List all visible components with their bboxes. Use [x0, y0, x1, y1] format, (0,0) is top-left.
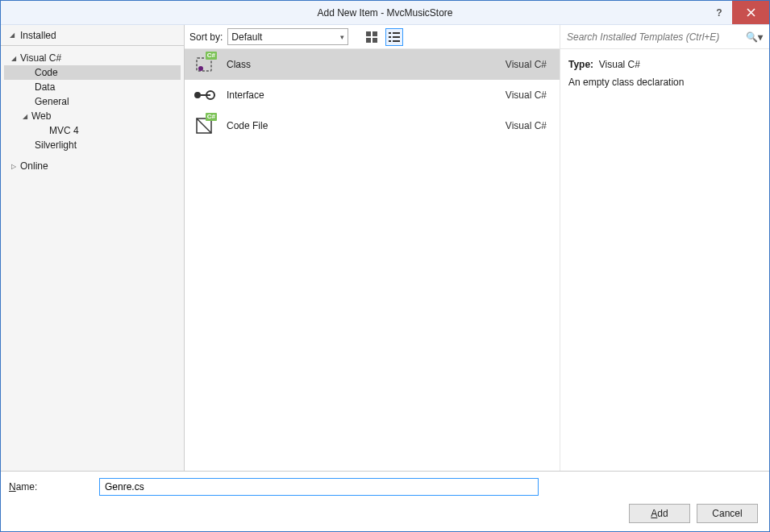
class-icon: C#: [193, 53, 215, 76]
tree-item-silverlight[interactable]: Silverlight: [4, 138, 181, 152]
sort-by-value: Default: [231, 31, 262, 43]
sidebar-header[interactable]: Installed: [1, 25, 184, 46]
button-row: Add Cancel: [9, 504, 761, 523]
svg-rect-4: [389, 32, 391, 34]
template-row-class[interactable]: C# Class Visual C#: [185, 49, 560, 80]
search-icon[interactable]: 🔍▾: [746, 31, 763, 43]
category-tree: Visual C# Code Data General Web MVC 4 Si…: [1, 46, 184, 178]
svg-rect-7: [393, 36, 400, 38]
view-small-icons-button[interactable]: [385, 28, 403, 46]
view-medium-icons-button[interactable]: [363, 28, 381, 46]
template-row-interface[interactable]: Interface Visual C#: [185, 80, 560, 110]
detail-body: Type: Visual C# An empty class declarati…: [560, 49, 769, 98]
template-lang: Visual C#: [506, 59, 547, 70]
sort-by-label: Sort by:: [189, 31, 223, 43]
tree-label: Visual C#: [20, 52, 61, 64]
tree-label: Web: [31, 110, 51, 122]
center-panel: Sort by: Default ▾ C# Class Visual C#: [185, 25, 560, 471]
add-button[interactable]: Add: [629, 504, 690, 523]
footer: Name: Add Cancel: [1, 471, 769, 531]
toolbar: Sort by: Default ▾: [185, 25, 560, 49]
close-button[interactable]: [732, 1, 769, 24]
detail-type-prefix: Type:: [568, 59, 593, 70]
template-row-codefile[interactable]: C# Code File Visual C#: [185, 110, 560, 141]
name-label: Name:: [9, 481, 89, 493]
detail-type: Type: Visual C#: [568, 57, 761, 72]
help-button[interactable]: ?: [706, 1, 732, 24]
tree-item-data[interactable]: Data: [4, 80, 181, 94]
tree-label: Code: [35, 67, 58, 78]
window-buttons: ?: [706, 1, 769, 24]
template-name: Code File: [227, 120, 494, 131]
chevron-down-icon: [7, 31, 17, 39]
tree-item-online[interactable]: Online: [4, 159, 181, 173]
chevron-down-icon: ▾: [340, 33, 344, 41]
svg-point-11: [198, 66, 203, 71]
cancel-button[interactable]: Cancel: [697, 504, 758, 523]
chevron-down-icon: [20, 113, 30, 120]
tree-item-mvc4[interactable]: MVC 4: [4, 123, 181, 138]
codefile-icon: C#: [193, 114, 215, 137]
chevron-right-icon: [9, 163, 19, 170]
name-row: Name:: [9, 478, 761, 496]
tree-label: General: [35, 96, 69, 107]
svg-rect-9: [393, 40, 400, 42]
window-title: Add New Item - MvcMusicStore: [1, 7, 769, 19]
grid-icon: [366, 31, 377, 43]
detail-panel: 🔍▾ Type: Visual C# An empty class declar…: [560, 25, 769, 471]
interface-icon: [193, 84, 215, 106]
svg-rect-5: [393, 32, 400, 34]
template-name: Class: [227, 59, 494, 70]
close-icon: [747, 8, 755, 17]
svg-rect-2: [366, 38, 371, 43]
template-lang: Visual C#: [506, 120, 547, 131]
tree-label: Online: [20, 160, 48, 172]
svg-point-12: [194, 92, 201, 98]
tree-label: Silverlight: [35, 139, 77, 151]
content-area: Installed Visual C# Code Data General We…: [1, 25, 769, 471]
template-lang: Visual C#: [506, 89, 547, 101]
sidebar: Installed Visual C# Code Data General We…: [1, 25, 185, 471]
tree-item-code[interactable]: Code: [4, 65, 181, 80]
search-row: 🔍▾: [560, 25, 769, 49]
tree-item-visual-csharp[interactable]: Visual C#: [4, 51, 181, 65]
tree-item-web[interactable]: Web: [4, 109, 181, 123]
name-input[interactable]: [99, 478, 539, 496]
detail-type-value: Visual C#: [599, 59, 640, 70]
svg-rect-6: [389, 36, 391, 38]
search-input[interactable]: [567, 31, 741, 43]
tree-item-general[interactable]: General: [4, 94, 181, 109]
tree-label: Data: [35, 81, 55, 93]
sort-by-dropdown[interactable]: Default ▾: [227, 28, 348, 45]
detail-description: An empty class declaration: [568, 75, 761, 89]
svg-rect-1: [373, 31, 377, 36]
svg-rect-8: [389, 40, 391, 42]
chevron-down-icon: [9, 55, 19, 62]
sidebar-header-label: Installed: [20, 30, 56, 41]
template-name: Interface: [227, 89, 494, 101]
titlebar: Add New Item - MvcMusicStore ?: [1, 1, 769, 25]
list-icon: [389, 31, 400, 43]
template-list: C# Class Visual C# Interface Visual C# C…: [185, 49, 560, 471]
svg-rect-0: [366, 31, 371, 36]
tree-label: MVC 4: [49, 125, 79, 136]
svg-rect-3: [373, 38, 377, 43]
